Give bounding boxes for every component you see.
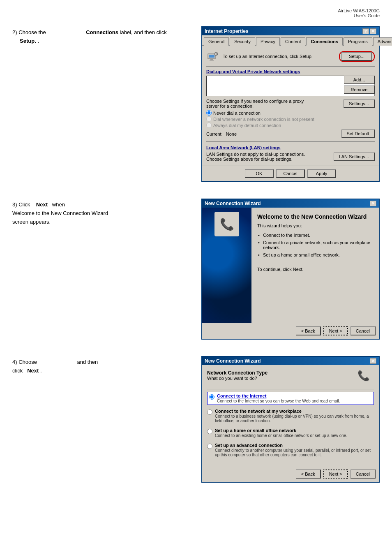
help-button[interactable]: ? [362,28,369,34]
wizard-left-panel: 📞 [202,208,251,323]
radio-always-input[interactable] [206,123,212,128]
ncw-section-header: Network Connection Type What do you want… [207,370,267,384]
cancel-button[interactable]: Cancel [276,169,305,178]
remove-button[interactable]: Remove [344,86,375,94]
step-4-choose: Choose [18,359,37,365]
option-home-office[interactable]: Set up a home or small office network Co… [207,427,374,439]
connection-icon: ☆ [206,50,219,63]
wizard-content: 📞 Welcome to the New Connection Wizard T… [202,208,379,323]
lan-row: LAN Settings do not apply to dial-up con… [206,152,375,162]
step-3-click: Click [18,201,30,208]
internet-properties-dialog: Internet Properties ? ✕ General Security… [201,26,380,182]
wizard-bullets-list: Connect to the Internet. Connect to a pr… [257,231,373,259]
apply-button[interactable]: Apply [307,169,336,178]
tab-programs[interactable]: Programs [344,37,372,46]
step-2-text: 2) Choose the Connections label, and the… [12,26,193,46]
tab-general[interactable]: General [204,37,229,46]
step-3-screen: screen appears. [12,219,51,225]
svg-text:☆: ☆ [215,53,218,56]
wizard-icon: 📞 [214,212,239,236]
tab-connections[interactable]: Connections [306,37,343,46]
close-button[interactable]: ✕ [370,28,376,34]
ncw-section-subtitle: What do you want to do? [207,376,267,381]
option-connect-internet[interactable]: Connect to the Internet Connect to the I… [207,392,374,405]
radio-home-office[interactable] [207,429,212,434]
step-2-action: Setup. [20,38,36,44]
setup-button[interactable]: Setup... [341,52,372,61]
ncw-close-button[interactable]: ✕ [370,358,376,364]
tab-content[interactable]: Content [281,37,306,46]
radio-never-input[interactable] [206,110,212,116]
ncw-section-title: Network Connection Type [207,370,267,376]
ncw-next-button[interactable]: Next > [323,469,348,479]
step-2-note: . [37,38,39,44]
titlebar-buttons: ? ✕ [362,28,376,34]
option-workplace-content: Connect to the network at my workplace C… [215,409,374,423]
option-workplace[interactable]: Connect to the network at my workplace C… [207,407,374,424]
lan-settings-button[interactable]: LAN Settings... [334,153,375,161]
option-advanced[interactable]: Set up an advanced connection Connect di… [207,442,374,458]
radio-always: Always dial my default connection [206,123,375,128]
wizard-next-button[interactable]: Next > [323,326,348,335]
radio-whenever-input[interactable] [206,116,212,122]
dialup-container: Add... Remove [206,76,375,96]
ncw-title: New Connection Wizard [205,358,261,364]
internet-props-window: Internet Properties ? ✕ General Security… [201,26,380,182]
wizard-welcome-dialog: New Connection Wizard ✕ 📞 Welcome to the… [201,199,380,340]
bullet-1: Connect to the Internet. [257,231,373,239]
ncw-footer: < Back Next > Cancel [202,466,379,482]
wizard-titlebar-buttons: ✕ [370,201,376,206]
step-4-text: 4) Choose and then click Next . [12,356,193,375]
lan-text: LAN Settings do not apply to dial-up con… [206,152,313,162]
wizard-cancel-button[interactable]: Cancel [350,326,376,335]
step-2-section: 2) Choose the Connections label, and the… [12,26,380,182]
guide-label: User's Guide [354,13,380,18]
ok-button[interactable]: OK [245,169,274,178]
set-default-button[interactable]: Set Default [341,130,375,138]
wizard-right-panel: Welcome to the New Connection Wizard Thi… [251,208,379,323]
lan-section: Local Area Network (LAN) settings LAN Se… [206,145,375,162]
bullet-3: Set up a home or small office network. [257,251,373,259]
ncw-back-button[interactable]: < Back [296,469,321,479]
wizard-heading: Welcome to the New Connection Wizard [257,213,373,220]
wizard-welcome-window: New Connection Wizard ✕ 📞 Welcome to the… [201,199,380,340]
choose-settings-text: Choose Settings if you need to configure… [206,99,305,109]
current-row: Current: None Set Default [206,130,375,138]
option-advanced-label: Set up an advanced connection [215,443,374,448]
radio-workplace[interactable] [207,409,212,415]
svg-rect-1 [209,55,214,58]
ncw-header-row: Network Connection Type What do you want… [207,370,374,386]
step-2-middle: label, and then click [120,29,167,35]
lan-section-label: Local Area Network (LAN) settings [206,145,375,150]
radio-connect-internet[interactable] [209,394,214,400]
option-internet-label: Connect to the Internet [217,393,372,398]
radio-whenever-label: Dial whenever a network connection is no… [213,117,314,122]
option-internet-content: Connect to the Internet Connect to the I… [217,393,372,403]
dialog-titlebar: Internet Properties ? ✕ [202,27,379,35]
step-4-section: 4) Choose and then click Next . New Conn… [12,356,380,483]
step-2-number: 2) [12,29,17,35]
dial-options: Never dial a connection Dial whenever a … [206,110,375,128]
ncw-cancel-button[interactable]: Cancel [350,469,376,479]
radio-advanced[interactable] [207,444,212,449]
wizard-back-button[interactable]: < Back [296,326,321,335]
bullet-2: Connect to a private network, such as yo… [257,239,373,251]
wizard-close-button[interactable]: ✕ [370,201,376,206]
current-label: Current: [206,132,223,136]
add-button[interactable]: Add... [344,76,375,84]
tab-security[interactable]: Security [230,37,255,46]
ncw-body: Network Connection Type What do you want… [202,365,379,466]
wizard-network-window: New Connection Wizard ✕ Network Connecti… [201,356,380,483]
tab-privacy[interactable]: Privacy [256,37,280,46]
option-advanced-desc: Connect directly to another computer usi… [215,448,374,457]
radio-never: Never dial a connection [206,110,375,116]
option-workplace-desc: Connect to a business network (using dia… [215,414,374,423]
wizard-footer: < Back Next > Cancel [202,323,379,339]
step-4-click: click [12,368,23,374]
tab-advanced[interactable]: Advanced [373,37,392,46]
dialog-body: ☆ To set up an Internet connection, clic… [202,45,379,166]
settings-button[interactable]: Settings... [344,99,375,108]
step-3-screen-label: Welcome to the New Connection Wizard [12,210,108,216]
step-4-and: and then [77,359,98,365]
option-home-office-content: Set up a home or small office network Co… [215,428,374,438]
